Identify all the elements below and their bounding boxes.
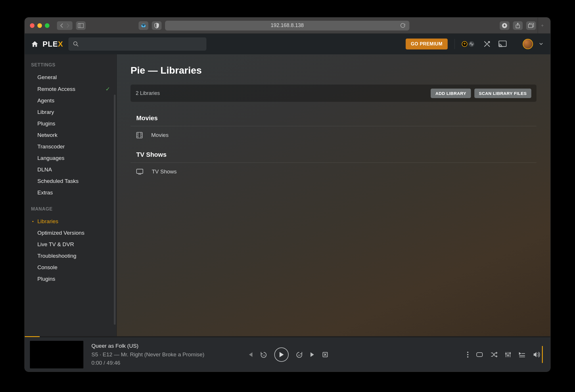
svg-rect-29: [507, 355, 509, 356]
sidebar-item-live-tv-dvr[interactable]: Live TV & DVR: [25, 239, 116, 250]
sidebar-heading-settings: SETTINGS: [25, 60, 116, 72]
svg-point-21: [467, 351, 469, 353]
forward-30-button[interactable]: 30: [296, 351, 303, 358]
safari-window: 192.168.8.138 + PLEX: [24, 17, 551, 372]
search-input[interactable]: [68, 37, 206, 51]
previous-track-button[interactable]: [247, 352, 253, 357]
sidebar-item-label: Optimized Versions: [37, 230, 85, 236]
bullet-icon: •: [32, 219, 34, 224]
svg-line-6: [77, 45, 78, 46]
sidebar-item-plugins[interactable]: Plugins: [25, 118, 116, 129]
sidebar-item-languages[interactable]: Languages: [25, 152, 116, 164]
equalizer-button[interactable]: [505, 351, 511, 358]
browser-toolbar: 192.168.8.138 +: [25, 18, 550, 34]
cast-button[interactable]: [497, 39, 508, 49]
home-button[interactable]: [31, 41, 39, 47]
sidebar-item-transcoder[interactable]: Transcoder: [25, 141, 116, 152]
next-track-button[interactable]: [310, 352, 316, 357]
now-playing-time: 0:00 / 49:46: [91, 359, 204, 367]
sidebar-item-agents[interactable]: Agents: [25, 95, 116, 106]
section-tv-shows: TV Shows TV Shows: [131, 151, 536, 181]
check-icon: ✓: [106, 86, 110, 92]
scan-library-files-button[interactable]: SCAN LIBRARY FILES: [474, 89, 531, 98]
share-button[interactable]: [513, 21, 523, 30]
sidebar-item-optimized-versions[interactable]: Optimized Versions: [25, 227, 116, 239]
more-menu-button[interactable]: [467, 351, 469, 358]
logo-accent: X: [58, 40, 63, 48]
play-button[interactable]: [274, 347, 289, 362]
new-tab-button[interactable]: +: [538, 18, 545, 33]
sidebar-item-label: Transcoder: [37, 144, 65, 150]
svg-rect-16: [137, 169, 143, 173]
library-count-label: 2 Libraries: [136, 90, 160, 96]
sidebar-item-label: Troubleshooting: [37, 253, 76, 259]
plex-logo-group: PLEX: [31, 40, 63, 49]
sidebar-item-extras[interactable]: Extras: [25, 187, 116, 198]
shuffle-button[interactable]: [490, 352, 497, 357]
player-controls: 10 30: [247, 347, 328, 362]
minimize-window-button[interactable]: [37, 23, 42, 28]
svg-rect-9: [137, 132, 142, 138]
address-bar[interactable]: 192.168.8.138: [165, 21, 409, 30]
activity-button[interactable]: [462, 39, 477, 49]
sidebar-item-label: Console: [37, 264, 57, 271]
repeat-button[interactable]: [476, 352, 483, 357]
sidebar-item-manage-plugins[interactable]: Plugins: [25, 273, 116, 285]
sidebar-item-general[interactable]: General: [25, 72, 116, 83]
sidebar-item-label: General: [37, 74, 57, 81]
sidebar-item-label: Network: [37, 132, 57, 138]
rewind-10-button[interactable]: 10: [260, 351, 267, 358]
scrollbar[interactable]: [114, 95, 116, 325]
sidebar-item-libraries[interactable]: •Libraries: [25, 216, 116, 227]
stop-button[interactable]: [323, 352, 328, 357]
volume-button[interactable]: [533, 351, 540, 358]
back-forward-buttons[interactable]: [57, 21, 72, 30]
svg-rect-28: [505, 353, 507, 354]
user-avatar[interactable]: [523, 39, 533, 49]
player-bar: Queer as Folk (US) S5 · E12 — Mr. Right …: [25, 337, 550, 372]
sidebar-item-console[interactable]: Console: [25, 262, 116, 273]
zoom-window-button[interactable]: [45, 23, 49, 28]
queue-button[interactable]: [519, 352, 526, 357]
search-icon: [73, 41, 79, 47]
activity-icon: [466, 39, 477, 49]
sidebar-item-label: Live TV & DVR: [37, 241, 74, 248]
plex-header: PLEX GO PREMIUM: [25, 34, 550, 54]
now-playing-title[interactable]: Queer as Folk (US): [91, 342, 204, 350]
sidebar-toggle-button[interactable]: [76, 21, 86, 30]
settings-button[interactable]: [482, 39, 492, 49]
downloads-button[interactable]: [500, 21, 509, 30]
reload-icon[interactable]: [400, 23, 405, 28]
sidebar-item-network[interactable]: Network: [25, 129, 116, 141]
library-row-movies[interactable]: Movies: [131, 126, 536, 144]
add-library-button[interactable]: ADD LIBRARY: [431, 89, 471, 98]
section-heading-tv-shows: TV Shows: [131, 151, 536, 163]
now-playing-thumbnail[interactable]: [30, 341, 83, 368]
svg-point-23: [467, 356, 469, 357]
user-menu-caret-icon[interactable]: [538, 39, 544, 49]
sidebar-item-dlna[interactable]: DLNA: [25, 164, 116, 175]
tv-icon: [136, 169, 143, 175]
sidebar-item-remote-access[interactable]: Remote Access✓: [25, 83, 116, 95]
close-window-button[interactable]: [30, 23, 34, 28]
sidebar-item-label: Plugins: [37, 121, 55, 127]
package-icon-button[interactable]: [139, 21, 148, 30]
forward-icon: [66, 23, 70, 28]
film-icon: [136, 132, 143, 138]
main-content: Pie — Libraries 2 Libraries ADD LIBRARY …: [117, 54, 550, 336]
library-row-tv-shows[interactable]: TV Shows: [131, 163, 536, 181]
sidebar-item-troubleshooting[interactable]: Troubleshooting: [25, 250, 116, 262]
settings-sidebar: SETTINGS General Remote Access✓ Agents L…: [25, 54, 117, 336]
tabs-button[interactable]: [526, 21, 536, 30]
sidebar-item-label: Remote Access: [37, 86, 75, 92]
sidebar-item-library[interactable]: Library: [25, 106, 116, 118]
section-movies: Movies Movies: [131, 114, 536, 144]
plex-logo[interactable]: PLEX: [43, 40, 63, 49]
svg-rect-30: [509, 353, 511, 354]
app-body: SETTINGS General Remote Access✓ Agents L…: [25, 54, 550, 336]
sidebar-item-scheduled-tasks[interactable]: Scheduled Tasks: [25, 175, 116, 187]
sidebar-item-label: Plugins: [37, 276, 55, 282]
go-premium-button[interactable]: GO PREMIUM: [406, 39, 448, 49]
shield-button[interactable]: [152, 21, 162, 30]
now-playing-meta: Queer as Folk (US) S5 · E12 — Mr. Right …: [91, 342, 204, 367]
